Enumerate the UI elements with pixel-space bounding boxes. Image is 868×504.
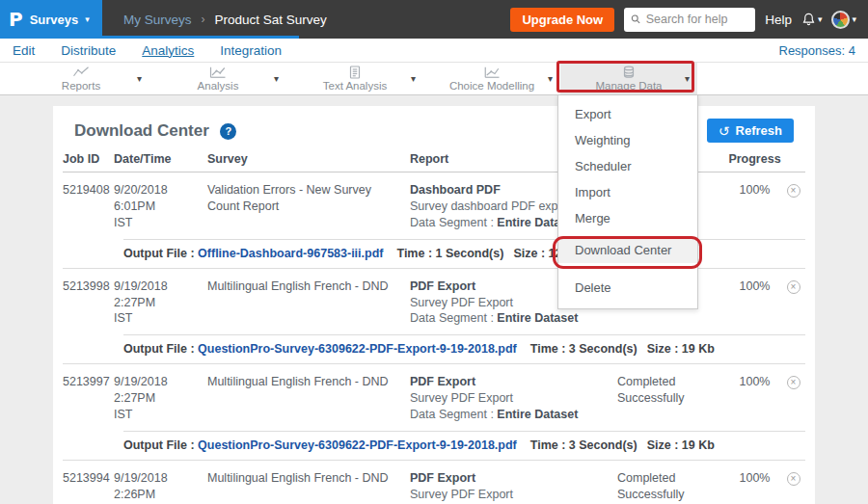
toolbar-analysis[interactable]: Analysis ▾	[149, 63, 286, 94]
menu-item-import[interactable]: Import	[558, 179, 697, 205]
survey-nav: Edit Distribute Analytics Integration Re…	[0, 39, 868, 63]
responses-count: Responses: 4	[779, 43, 856, 58]
chevron-down-icon: ▾	[548, 73, 553, 84]
toolbar-choice-modelling[interactable]: Choice Modelling ▾	[423, 63, 560, 94]
page-content: Download Center ? ↺ Refresh Job ID Date/…	[0, 96, 868, 504]
breadcrumb-separator-icon: ›	[202, 13, 205, 26]
analytics-toolbar: Reports ▾ Analysis ▾ Text Analysis ▾ Cho…	[0, 63, 868, 95]
job-id-cell: 5219408	[63, 182, 114, 231]
cancel-job-icon[interactable]: ×	[787, 184, 800, 198]
model-chart-icon	[483, 66, 501, 79]
header-survey: Survey	[207, 152, 410, 166]
help-tooltip-icon[interactable]: ?	[220, 123, 236, 140]
progress-cell: 100%	[728, 470, 781, 504]
line-chart-icon	[72, 66, 90, 79]
upgrade-now-button[interactable]: Upgrade Now	[510, 8, 614, 32]
output-file-link[interactable]: Offline-Dashboard-967583-iii.pdf	[198, 247, 383, 260]
toolbar-label: Text Analysis	[323, 80, 387, 92]
table-row: 5213997 9/19/2018 2:27PMIST Multilingual…	[63, 364, 805, 461]
trend-chart-icon	[209, 66, 227, 79]
nav-edit[interactable]: Edit	[13, 43, 35, 58]
page-title: Download Center	[74, 121, 209, 140]
progress-cell: 100%	[728, 182, 781, 231]
toolbar-manage-data[interactable]: Manage Data ▾	[560, 63, 697, 94]
chevron-down-icon: ▾	[85, 15, 90, 24]
output-file-link[interactable]: QuestionPro-Survey-6309622-PDF-Export-9-…	[198, 342, 517, 356]
cancel-job-icon[interactable]: ×	[787, 280, 800, 294]
date-cell: 9/19/2018 2:26PMIST	[114, 470, 207, 504]
manage-data-dropdown: Export Weighting Scheduler Import Merge …	[557, 94, 698, 309]
search-icon	[631, 13, 640, 25]
refresh-icon: ↺	[719, 124, 730, 138]
document-icon	[346, 66, 364, 79]
download-center-card: Download Center ? ↺ Refresh Job ID Date/…	[53, 106, 815, 504]
menu-item-scheduler[interactable]: Scheduler	[558, 153, 697, 179]
status-cell: Completed Successfully	[617, 374, 728, 423]
refresh-label: Refresh	[736, 123, 782, 138]
app-menu-label: Surveys	[30, 13, 79, 27]
help-link[interactable]: Help	[765, 13, 792, 27]
survey-cell: Validation Errors - New Survey Count Rep…	[207, 182, 410, 231]
brand-logo: P	[9, 8, 23, 31]
nav-integration[interactable]: Integration	[220, 43, 282, 58]
cancel-job-icon[interactable]: ×	[787, 376, 800, 389]
nav-analytics[interactable]: Analytics	[142, 43, 194, 58]
toolbar-text-analysis[interactable]: Text Analysis ▾	[286, 63, 423, 94]
header-date-time: Date/Time	[114, 152, 207, 166]
chevron-down-icon: ▾	[137, 73, 142, 84]
progress-cell: 100%	[728, 374, 781, 423]
output-file-row: Output File : QuestionPro-Survey-6309622…	[123, 334, 805, 363]
menu-item-export[interactable]: Export	[558, 101, 697, 127]
date-cell: 9/20/2018 6:01PMIST	[114, 182, 207, 231]
table-row: 5213994 9/19/2018 2:26PMIST Multilingual…	[63, 461, 805, 504]
cancel-job-icon[interactable]: ×	[787, 472, 800, 486]
chevron-down-icon: ▾	[818, 15, 823, 24]
output-file-row: Output File : Offline-Dashboard-967583-i…	[123, 239, 805, 268]
toolbar-label: Manage Data	[595, 80, 662, 92]
help-search-box[interactable]	[624, 8, 755, 32]
breadcrumb-my-surveys[interactable]: My Surveys	[123, 13, 192, 27]
chevron-down-icon: ▾	[411, 73, 416, 84]
report-cell: PDF Export Survey PDF Export Data Segmen…	[410, 470, 617, 504]
breadcrumb-current-survey: Product Sat Survey	[215, 13, 327, 27]
toolbar-label: Reports	[62, 80, 100, 92]
toolbar-label: Analysis	[198, 80, 239, 92]
nav-distribute[interactable]: Distribute	[61, 43, 116, 58]
output-file-row: Output File : QuestionPro-Survey-6309622…	[123, 431, 805, 460]
survey-cell: Multilingual English French - DND	[207, 470, 410, 504]
refresh-button[interactable]: ↺ Refresh	[707, 119, 794, 143]
date-cell: 9/19/2018 2:27PMIST	[114, 279, 207, 328]
chevron-down-icon: ▾	[685, 73, 690, 84]
toolbar-label: Choice Modelling	[449, 80, 534, 92]
avatar	[831, 11, 850, 29]
survey-cell: Multilingual English French - DND	[207, 374, 410, 423]
status-cell: Completed Successfully	[617, 470, 728, 504]
job-id-cell: 5213998	[63, 279, 114, 328]
menu-item-download-center[interactable]: Download Center	[558, 237, 697, 263]
database-icon	[620, 66, 637, 79]
toolbar-reports[interactable]: Reports ▾	[13, 63, 149, 94]
chevron-down-icon: ▾	[852, 15, 856, 24]
survey-cell: Multilingual English French - DND	[207, 279, 410, 328]
date-cell: 9/19/2018 2:27PMIST	[114, 374, 207, 423]
output-file-link[interactable]: QuestionPro-Survey-6309622-PDF-Export-9-…	[198, 438, 517, 452]
header-job-id: Job ID	[63, 152, 114, 166]
menu-item-delete[interactable]: Delete	[558, 275, 697, 301]
job-id-cell: 5213994	[63, 470, 114, 504]
notifications-button[interactable]: ▾	[801, 12, 823, 27]
account-menu-button[interactable]: ▾	[831, 11, 856, 29]
progress-cell: 100%	[728, 279, 781, 328]
menu-item-weighting[interactable]: Weighting	[558, 127, 697, 153]
menu-item-merge[interactable]: Merge	[558, 205, 697, 231]
jobs-table: Job ID Date/Time Survey Report Progress …	[53, 152, 815, 504]
job-id-cell: 5213997	[63, 374, 114, 423]
header-action	[781, 152, 805, 166]
chevron-down-icon: ▾	[274, 73, 279, 84]
report-cell: PDF Export Survey PDF Export Data Segmen…	[410, 374, 617, 423]
app-menu-surveys[interactable]: P Surveys ▾	[0, 0, 102, 39]
top-header: P Surveys ▾ My Surveys › Product Sat Sur…	[0, 0, 868, 39]
header-progress: Progress	[728, 152, 781, 166]
breadcrumb: My Surveys › Product Sat Survey	[123, 13, 327, 27]
bell-icon	[801, 12, 816, 27]
search-input[interactable]	[646, 13, 749, 26]
